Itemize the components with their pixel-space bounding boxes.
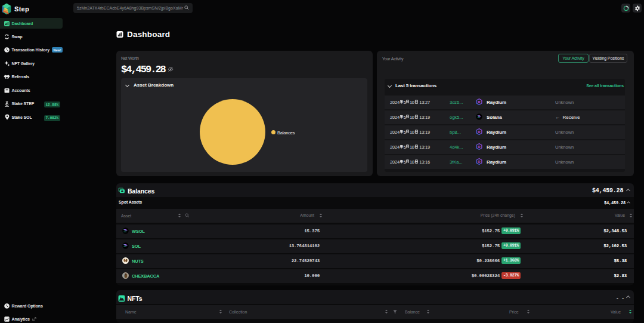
svg-text:R: R [478,100,481,104]
svg-text:R: R [478,130,481,134]
svg-text:R: R [478,145,481,149]
svg-text:R: R [478,160,481,164]
